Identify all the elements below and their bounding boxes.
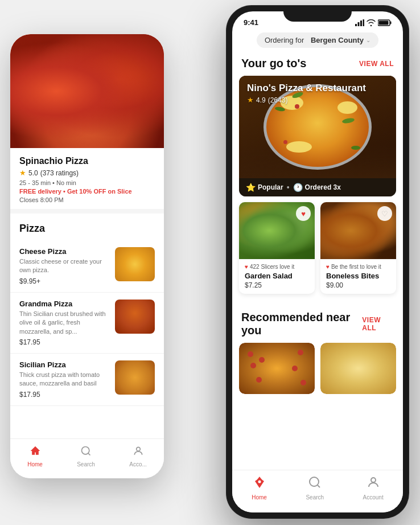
back-delivery-info: 25 - 35 min • No min xyxy=(19,179,155,186)
recommended-image-2[interactable] xyxy=(320,343,396,394)
svg-point-1 xyxy=(136,447,140,451)
back-bottom-nav: Home Search Acco... xyxy=(10,438,164,478)
front-nav-account[interactable]: Account xyxy=(363,475,384,501)
back-home-label: Home xyxy=(27,461,43,467)
front-home-icon xyxy=(253,475,266,493)
back-section-title: Pizza xyxy=(10,209,164,240)
salad-image: ♥ xyxy=(239,202,315,259)
back-item-image-cheese xyxy=(115,247,155,281)
popular-badge: ⭐ Popular xyxy=(246,183,283,192)
item-card-salad[interactable]: ♥ ♥ 422 Slicers love it Garden Salad $7.… xyxy=(239,202,315,294)
recommended-section: Recommended near you VIEW ALL xyxy=(232,302,403,394)
location-chevron-icon: ⌄ xyxy=(366,37,370,43)
phone-notch xyxy=(283,6,352,22)
svg-point-0 xyxy=(82,447,89,454)
status-icons xyxy=(355,19,392,26)
back-item-name-grandma: Grandma Pizza xyxy=(19,300,109,308)
status-time: 9:41 xyxy=(244,18,258,27)
featured-rating: ★ 4.9 (2643) xyxy=(247,96,366,104)
featured-hero-image: Nino's Pizza & Restaurant ★ 4.9 (2643) xyxy=(239,76,396,178)
back-account-icon xyxy=(133,445,144,460)
back-hero-image xyxy=(10,34,164,148)
signal-icon xyxy=(355,19,364,26)
front-nav-home[interactable]: Home xyxy=(252,475,267,501)
bites-heart-icon[interactable]: ♡ xyxy=(377,206,392,221)
front-screen: 9:41 xyxy=(232,11,403,512)
back-item-name-cheese: Cheese Pizza xyxy=(19,247,109,256)
battery-icon xyxy=(378,19,392,26)
back-item-image-sicilian xyxy=(115,360,155,395)
back-nav-search[interactable]: Search xyxy=(77,445,95,467)
svg-rect-7 xyxy=(390,21,392,24)
svg-rect-8 xyxy=(379,20,389,24)
front-bottom-nav: Home Search Account xyxy=(232,470,403,512)
back-closes-text: Closes 8:00 PM xyxy=(19,196,155,203)
featured-badges: ⭐ Popular • 🕐 Ordered 3x xyxy=(239,178,396,196)
recommended-image-1[interactable] xyxy=(239,343,315,394)
front-search-label: Search xyxy=(306,494,324,501)
love-icon: ♥ xyxy=(245,264,248,270)
svg-point-10 xyxy=(310,477,319,486)
svg-rect-5 xyxy=(363,19,365,26)
salad-heart-icon[interactable]: ♥ xyxy=(296,206,311,221)
svg-rect-3 xyxy=(358,22,360,26)
items-row: ♥ ♥ 422 Slicers love it Garden Salad $7.… xyxy=(232,202,403,302)
front-account-label: Account xyxy=(363,494,384,501)
bites-image: ♡ xyxy=(320,202,396,259)
back-item-price-sicilian: $17.95 xyxy=(19,391,109,399)
featured-star-icon: ★ xyxy=(247,96,254,104)
svg-point-11 xyxy=(371,478,376,482)
bites-name: Boneless Bites xyxy=(326,272,390,280)
recommended-view-all[interactable]: VIEW ALL xyxy=(362,316,394,332)
front-search-icon xyxy=(308,475,322,493)
back-item-desc-sicilian: Thick crust pizza with tomato sauce, moz… xyxy=(19,371,109,388)
bites-price: $9.00 xyxy=(326,281,390,289)
popular-star-icon: ⭐ xyxy=(246,183,256,192)
back-search-icon xyxy=(80,445,92,460)
featured-restaurant-name: Nino's Pizza & Restaurant xyxy=(247,83,366,94)
back-menu-item-sicilian[interactable]: Sicilian Pizza Thick crust pizza with to… xyxy=(10,354,164,406)
recommended-title: Recommended near you xyxy=(241,311,362,337)
back-rating: ★ 5.0 (373 ratings) xyxy=(19,169,155,177)
back-item-name-sicilian: Sicilian Pizza xyxy=(19,360,109,369)
star-icon: ★ xyxy=(19,169,26,177)
recommended-images xyxy=(232,343,403,394)
salad-name: Garden Salad xyxy=(245,272,309,280)
badge-separator: • xyxy=(287,183,290,192)
back-promo-text: FREE delivery • Get 10% OFF on Slice xyxy=(19,188,155,195)
back-item-desc-cheese: Classic cheese or create your own pizza. xyxy=(19,257,109,275)
salad-loves: ♥ 422 Slicers love it xyxy=(245,264,309,270)
back-item-price-cheese: $9.95+ xyxy=(19,277,109,285)
gotos-section-header: Your go to's VIEW ALL xyxy=(232,52,403,76)
ordering-for-label: Ordering for xyxy=(265,36,304,44)
location-pill[interactable]: Ordering for Bergen County ⌄ xyxy=(257,32,378,48)
back-restaurant-info: Spinachio Pizza ★ 5.0 (373 ratings) 25 -… xyxy=(10,148,164,209)
back-menu-item-cheese[interactable]: Cheese Pizza Classic cheese or create yo… xyxy=(10,240,164,293)
front-account-icon xyxy=(367,475,380,493)
back-menu-item-grandma[interactable]: Grandma Pizza Thin Sicilian crust brushe… xyxy=(10,293,164,354)
love-icon-2: ♥ xyxy=(326,264,330,270)
ordered-badge: 🕐 Ordered 3x xyxy=(293,183,341,192)
svg-point-9 xyxy=(258,481,261,483)
back-nav-home[interactable]: Home xyxy=(27,445,43,467)
back-home-icon xyxy=(30,445,41,460)
back-item-price-grandma: $17.95 xyxy=(19,338,109,346)
featured-restaurant-card[interactable]: Nino's Pizza & Restaurant ★ 4.9 (2643) ⭐… xyxy=(239,76,396,196)
wifi-icon xyxy=(367,19,376,26)
back-phone: Spinachio Pizza ★ 5.0 (373 ratings) 25 -… xyxy=(10,34,164,478)
front-nav-search[interactable]: Search xyxy=(306,475,324,501)
recommended-section-header: Recommended near you VIEW ALL xyxy=(232,306,403,343)
back-account-label: Acco... xyxy=(129,461,147,467)
location-bar: Ordering for Bergen County ⌄ xyxy=(232,29,403,52)
back-nav-account[interactable]: Acco... xyxy=(129,445,147,467)
item-card-bites[interactable]: ♡ ♥ Be the first to love it Boneless Bit… xyxy=(320,202,396,294)
back-restaurant-name: Spinachio Pizza xyxy=(19,156,155,166)
back-item-image-grandma xyxy=(115,300,155,334)
svg-rect-2 xyxy=(355,24,357,26)
gotos-title: Your go to's xyxy=(241,57,306,70)
salad-price: $7.25 xyxy=(245,281,309,289)
front-home-label: Home xyxy=(252,494,267,501)
screen-content: Your go to's VIEW ALL xyxy=(232,52,403,497)
gotos-view-all[interactable]: VIEW ALL xyxy=(359,60,394,68)
svg-rect-4 xyxy=(360,20,362,26)
